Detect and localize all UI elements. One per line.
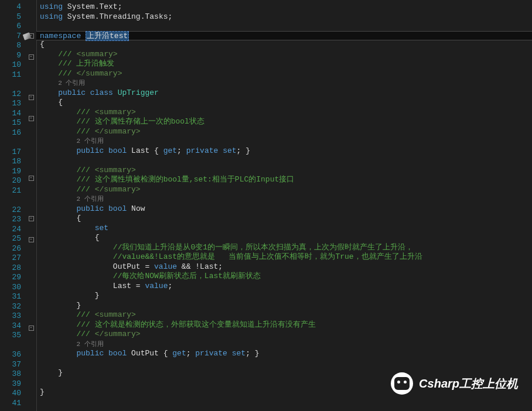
line-number: 27 bbox=[0, 254, 21, 263]
fold-toggle-icon[interactable]: - bbox=[29, 95, 34, 100]
code-line[interactable]: //每次给NOW刷新状态后，Last就刷新状态 bbox=[40, 272, 532, 282]
line-number: 9 bbox=[0, 51, 21, 61]
line-number: 32 bbox=[0, 302, 21, 312]
line-number: 31 bbox=[0, 292, 21, 302]
code-line[interactable]: /// <summary> bbox=[40, 310, 532, 320]
code-line[interactable]: { bbox=[40, 98, 532, 108]
line-number: 24 bbox=[0, 225, 21, 235]
line-number bbox=[0, 80, 21, 90]
fold-column[interactable]: - - - - - - - - bbox=[26, 0, 36, 411]
code-line[interactable] bbox=[40, 359, 532, 369]
code-line[interactable]: /// 上升沿触发 bbox=[40, 59, 532, 69]
line-number: 37 bbox=[0, 360, 21, 370]
line-number: 12 bbox=[0, 90, 21, 100]
line-number: 16 bbox=[0, 128, 21, 138]
code-line[interactable]: set bbox=[40, 224, 532, 234]
line-number: 33 bbox=[0, 311, 21, 321]
line-number: 18 bbox=[0, 157, 21, 167]
line-number: 41 bbox=[0, 399, 21, 409]
code-line[interactable]: } bbox=[40, 291, 532, 301]
code-line[interactable]: { bbox=[40, 40, 532, 50]
code-line[interactable] bbox=[40, 398, 532, 407]
code-line[interactable]: 2 个引用 bbox=[40, 340, 532, 350]
line-number: 4 bbox=[0, 2, 21, 12]
code-line[interactable]: using System.Text; bbox=[40, 2, 532, 12]
code-line[interactable] bbox=[40, 22, 532, 32]
fold-toggle-icon[interactable]: - bbox=[29, 54, 34, 60]
code-line[interactable]: /// 这个就是检测的状态，外部获取这个变量就知道上升沿有没有产生 bbox=[40, 320, 532, 330]
fold-toggle-icon[interactable]: - bbox=[29, 216, 34, 221]
code-line[interactable]: /// </summary> bbox=[40, 330, 532, 340]
line-number: 21 bbox=[0, 186, 21, 196]
code-line[interactable]: { bbox=[40, 214, 532, 224]
code-line[interactable]: Last = value; bbox=[40, 282, 532, 292]
code-line[interactable]: /// <summary> bbox=[40, 166, 532, 176]
code-line[interactable]: public bool Now bbox=[40, 204, 532, 214]
line-number: 8 bbox=[0, 41, 21, 51]
code-line[interactable]: //我们知道上升沿是从0变1的一瞬间，所以本次扫描为真，上次为假时就产生了上升沿… bbox=[40, 243, 532, 253]
code-line[interactable]: namespace 上升沿test bbox=[36, 31, 532, 41]
line-number: 14 bbox=[0, 109, 21, 119]
code-line[interactable]: { bbox=[40, 233, 532, 243]
code-line[interactable]: //value&&!Last的意思就是 当前值与上次值不相等时，就为True，也… bbox=[40, 252, 532, 262]
code-area[interactable]: using System.Text;using System.Threading… bbox=[36, 0, 532, 411]
line-number: 15 bbox=[0, 118, 21, 128]
line-number: 5 bbox=[0, 12, 21, 22]
line-number: 20 bbox=[0, 176, 21, 186]
watermark-text: Csharp工控上位机 bbox=[419, 376, 518, 392]
code-line[interactable]: 2 个引用 bbox=[40, 194, 532, 204]
code-line[interactable]: using System.Threading.Tasks; bbox=[40, 12, 532, 22]
line-number: 22 bbox=[0, 206, 21, 215]
code-line[interactable]: public class UpTrigger bbox=[40, 88, 532, 98]
line-number: 25 bbox=[0, 234, 21, 244]
line-number: 13 bbox=[0, 99, 21, 109]
line-number: 23 bbox=[0, 215, 21, 225]
code-line[interactable] bbox=[40, 156, 532, 166]
line-number: 17 bbox=[0, 148, 21, 157]
line-number: 30 bbox=[0, 283, 21, 293]
fold-toggle-icon[interactable]: - bbox=[29, 326, 34, 331]
line-number bbox=[0, 196, 21, 206]
line-number: 11 bbox=[0, 70, 21, 80]
code-line[interactable]: 2 个引用 bbox=[40, 78, 532, 88]
line-number: 26 bbox=[0, 244, 21, 254]
line-number: 38 bbox=[0, 369, 21, 379]
line-number: 34 bbox=[0, 321, 21, 331]
fold-toggle-icon[interactable]: - bbox=[29, 116, 34, 121]
code-line[interactable]: public bool Last { get; private set; } bbox=[40, 146, 532, 156]
line-number-gutter[interactable]: 4567891011121314151617181920212223242526… bbox=[0, 0, 26, 411]
line-number: 7 bbox=[0, 32, 21, 42]
code-line[interactable]: public bool OutPut { get; private set; } bbox=[40, 349, 532, 359]
code-line[interactable]: 2 个引用 bbox=[40, 136, 532, 146]
code-line[interactable]: } bbox=[40, 301, 532, 311]
code-line[interactable]: /// 这个属性存储上一次的bool状态 bbox=[40, 117, 532, 127]
line-number bbox=[0, 341, 21, 351]
code-line[interactable]: /// <summary> bbox=[40, 50, 532, 60]
wechat-icon bbox=[391, 372, 413, 395]
code-line[interactable]: /// </summary> bbox=[40, 185, 532, 195]
line-number: 35 bbox=[0, 331, 21, 341]
line-number: 40 bbox=[0, 389, 21, 399]
line-number: 29 bbox=[0, 273, 21, 283]
fold-toggle-icon[interactable]: - bbox=[29, 176, 34, 181]
line-number: 36 bbox=[0, 350, 21, 360]
code-line[interactable]: /// </summary> bbox=[40, 127, 532, 137]
line-number: 6 bbox=[0, 22, 21, 32]
line-number bbox=[0, 138, 21, 148]
code-line[interactable]: /// <summary> bbox=[40, 108, 532, 118]
watermark: Csharp工控上位机 bbox=[391, 372, 518, 395]
fold-toggle-icon[interactable]: - bbox=[29, 237, 34, 242]
line-number: 10 bbox=[0, 60, 21, 70]
line-number: 28 bbox=[0, 263, 21, 273]
line-number: 39 bbox=[0, 379, 21, 389]
code-line[interactable]: /// </summary> bbox=[40, 69, 532, 79]
line-number: 19 bbox=[0, 167, 21, 177]
code-line[interactable]: OutPut = value && !Last; bbox=[40, 262, 532, 272]
code-editor[interactable]: 4567891011121314151617181920212223242526… bbox=[0, 0, 532, 411]
code-line[interactable]: /// 这个属性填被检测的bool量,set:相当于PLC的Input接口 bbox=[40, 175, 532, 185]
